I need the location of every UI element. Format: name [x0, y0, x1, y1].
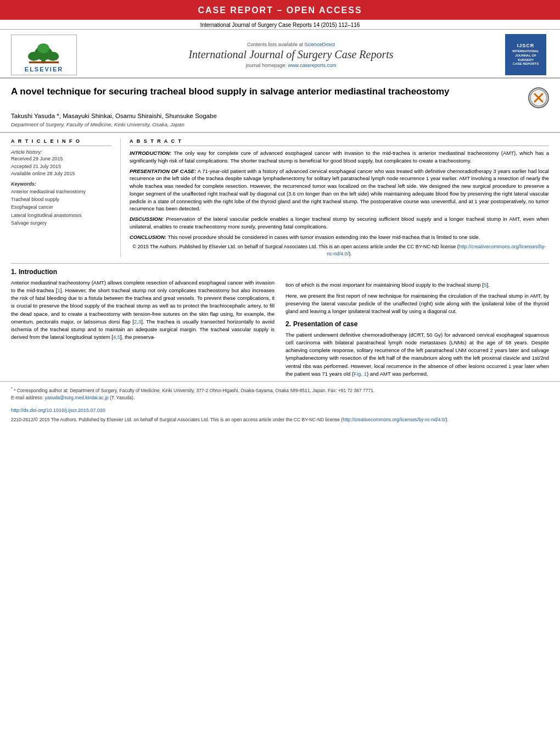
crossmark-svg — [529, 88, 548, 107]
article-title: A novel technique for securing tracheal … — [11, 85, 523, 98]
email-label: E-mail address: — [11, 395, 43, 400]
crossmark-icon — [528, 87, 549, 108]
received-date: Received 29 June 2015 — [11, 155, 111, 163]
journal-citation-line: International Journal of Surgery Case Re… — [0, 20, 560, 30]
abstract-license-link[interactable]: http://creativecommons.org/licenses/by-n… — [327, 244, 546, 256]
fig1-link[interactable]: Fig. 1 — [354, 371, 367, 377]
keyword-2: Tracheal blood supply — [11, 196, 111, 203]
abstract-presentation: PRESENTATION OF CASE: A 71-year-old pati… — [130, 168, 549, 213]
ijscr-full-name: INTERNATIONALJOURNAL OFSURGERYCASE REPOR… — [512, 49, 539, 66]
ref-5-link[interactable]: 5 — [484, 282, 486, 288]
keyword-5: Salvage surgery — [11, 219, 111, 227]
keyword-1: Anterior mediastinal tracheostomy — [11, 188, 111, 196]
abstract-intro-heading: INTRODUCTION: — [130, 150, 171, 156]
abstract-conclusion-heading: CONCLUSION: — [130, 234, 166, 240]
body-section2-para1: The patient underwent definitive chemora… — [285, 331, 549, 378]
crossmark-circle — [528, 87, 549, 108]
body-section1-para1-cont: tion of which is the most important for … — [285, 281, 549, 289]
sciencedirect-link[interactable]: ScienceDirect — [305, 42, 335, 47]
banner-text: CASE REPORT – OPEN ACCESS — [198, 5, 362, 15]
svg-rect-5 — [29, 61, 59, 63]
body-section1-para2: Here, we present the first report of new… — [285, 292, 549, 316]
homepage-label: journal homepage: — [245, 63, 287, 68]
article-dates: Received 29 June 2015 Accepted 21 July 2… — [11, 155, 111, 178]
email-suffix: (T. Yasuda). — [110, 395, 135, 400]
body-left-column: 1.Introduction Anterior mediastinal trac… — [11, 264, 275, 382]
ref-1-link[interactable]: 1 — [57, 287, 60, 293]
available-date: Available online 28 July 2015 — [11, 170, 111, 178]
keywords-list: Anterior mediastinal tracheostomy Trache… — [11, 188, 111, 227]
license-footer-text: 2210-2612/© 2015 The Authors. Published … — [11, 417, 449, 422]
keywords-heading: Keywords: — [11, 181, 111, 187]
email-line: E-mail address: yasuda@surg.med.kindai.a… — [11, 394, 549, 401]
abstract-conclusion: CONCLUSION: This novel procedure should … — [130, 233, 549, 241]
journal-homepage-line: journal homepage: www.casereports.com — [82, 63, 500, 68]
journal-title: International Journal of Surgery Case Re… — [82, 48, 500, 61]
abstract-discussion-text: Preservation of the lateral vascular ped… — [130, 216, 549, 230]
abstract-intro-text: The only way for complete cure of advanc… — [130, 150, 549, 164]
article-title-section: A novel technique for securing tracheal … — [0, 79, 560, 132]
abstract-presentation-heading: PRESENTATION OF CASE: — [130, 168, 196, 174]
abstract-column: A B S T R A C T INTRODUCTION: The only w… — [121, 138, 549, 258]
article-info-column: A R T I C L E I N F O Article history: R… — [11, 138, 121, 258]
section1-title: 1.Introduction — [11, 268, 275, 276]
article-info-heading: A R T I C L E I N F O — [11, 138, 111, 146]
doi-link[interactable]: http://dx.doi.org/10.1016/j.ijscr.2015.0… — [11, 408, 105, 413]
abstract-conclusion-text: This novel procedure should be considere… — [168, 234, 480, 240]
article-history-label: Article history: — [11, 149, 111, 155]
abstract-presentation-text: A 71-year-old patient with a history of … — [130, 168, 549, 212]
elsevier-logo-container: ELSEVIER — [11, 35, 77, 75]
journal-header: ELSEVIER Contents lists available at Sci… — [0, 30, 560, 79]
author-email-link[interactable]: yasuda@surg.med.kindai.ac.jp — [44, 395, 108, 400]
abstract-heading: A B S T R A C T — [130, 138, 549, 146]
license-footer-link[interactable]: http://creativecommons.org/licenses/by-n… — [343, 417, 446, 422]
section2-title: 2.Presentation of case — [285, 320, 549, 328]
abstract-discussion: DISCUSSION: Preservation of the lateral … — [130, 215, 549, 231]
elsevier-wordmark: ELSEVIER — [25, 66, 63, 72]
keyword-3: Esophageal cancer — [11, 203, 111, 211]
ref-2-3-link[interactable]: 2,3 — [134, 319, 141, 325]
sciencedirect-label: Contents lists available at — [247, 42, 303, 47]
svg-point-3 — [47, 52, 59, 60]
svg-point-2 — [28, 52, 40, 60]
case-report-banner: CASE REPORT – OPEN ACCESS — [0, 0, 560, 20]
abstract-license-text: © 2015 The Authors. Published by Elsevie… — [133, 244, 546, 256]
doi-section: http://dx.doi.org/10.1016/j.ijscr.2015.0… — [0, 405, 560, 415]
authors-line: Takushi Yasuda *, Masayuki Shinkai, Osam… — [11, 113, 549, 119]
article-info-abstract-section: A R T I C L E I N F O Article history: R… — [0, 132, 560, 263]
abstract-intro: INTRODUCTION: The only way for complete … — [130, 149, 549, 165]
body-section1-para1: Anterior mediastinal tracheostomy (AMT) … — [11, 279, 275, 342]
article-title-row: A novel technique for securing tracheal … — [11, 85, 549, 108]
affiliation-line: Department of Surgery, Faculty of Medici… — [11, 121, 549, 127]
body-content: 1.Introduction Anterior mediastinal trac… — [0, 264, 560, 382]
ijscr-logo-box: IJSCR INTERNATIONALJOURNAL OFSURGERYCASE… — [505, 34, 546, 75]
accepted-date: Accepted 21 July 2015 — [11, 163, 111, 171]
elsevier-logo-box: ELSEVIER — [11, 35, 77, 75]
ref-4-5-link[interactable]: 4,5 — [113, 334, 120, 340]
homepage-link[interactable]: www.casereports.com — [288, 63, 337, 68]
corresponding-author-note: * * Corresponding author at: Department … — [11, 386, 549, 394]
journal-logo-right: IJSCR INTERNATIONALJOURNAL OFSURGERYCASE… — [505, 34, 549, 75]
abstract-license: © 2015 The Authors. Published by Elsevie… — [130, 243, 549, 257]
elsevier-tree-icon — [16, 37, 71, 65]
journal-citation-text: International Journal of Surgery Case Re… — [200, 22, 360, 28]
corresponding-author-text: * Corresponding author at: Department of… — [14, 388, 374, 393]
abstract-discussion-heading: DISCUSSION: — [130, 216, 164, 222]
journal-center: Contents lists available at ScienceDirec… — [77, 42, 505, 68]
svg-point-4 — [37, 43, 49, 53]
sciencedirect-line: Contents lists available at ScienceDirec… — [82, 42, 500, 47]
license-footer-section: 2210-2612/© 2015 The Authors. Published … — [0, 415, 560, 429]
body-right-column: tion of which is the most important for … — [285, 264, 549, 382]
keyword-4: Lateral longitudinal anastomosis — [11, 211, 111, 219]
footnotes-section: * * Corresponding author at: Department … — [0, 381, 560, 405]
ijscr-acronym: IJSCR — [517, 43, 535, 48]
